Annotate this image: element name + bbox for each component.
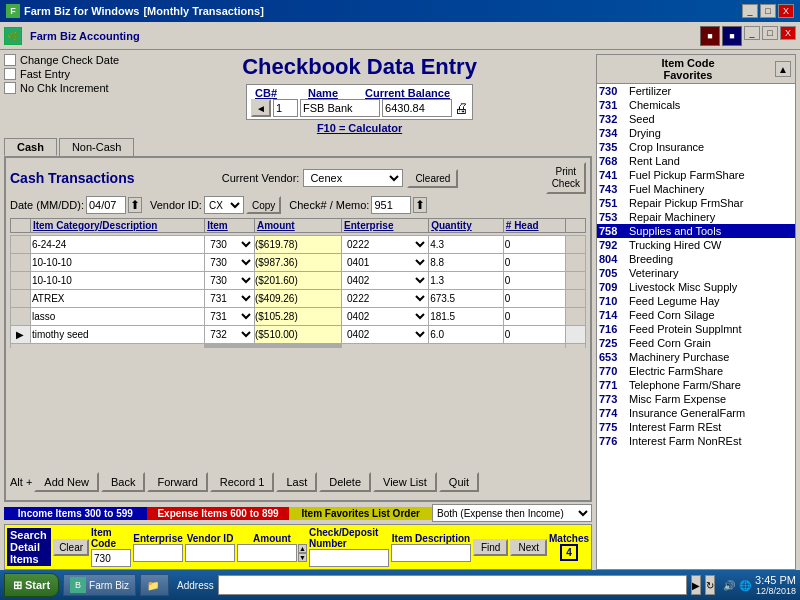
category-cell[interactable] [30,236,204,254]
item-cell[interactable]: 730 [205,236,255,254]
fav-item[interactable]: 770Electric FarmShare [597,364,795,378]
head-input[interactable] [504,326,565,343]
head-cell[interactable] [503,290,565,308]
clear-button[interactable]: Clear [53,539,89,556]
quantity-cell[interactable] [429,290,504,308]
enterprise-cell[interactable]: 0222 [342,290,429,308]
enterprise-select[interactable]: 0222 [342,236,428,253]
head-input[interactable] [504,236,565,253]
enterprise-cell[interactable]: 0402 [342,308,429,326]
category-cell[interactable] [30,326,204,344]
quantity-cell[interactable] [429,326,504,344]
fav-item[interactable]: 710Feed Legume Hay [597,294,795,308]
fav-item[interactable]: 768Rent Land [597,154,795,168]
fav-item[interactable]: 714Feed Corn Silage [597,308,795,322]
head-cell[interactable] [503,236,565,254]
address-go-button[interactable]: ▶ [691,575,701,595]
nav-back-button[interactable]: ◄ [251,99,271,117]
enterprise-select[interactable]: 0401 [342,254,428,271]
vendor-select[interactable]: Cenex [303,169,403,187]
fav-item[interactable]: 804Breeding [597,252,795,266]
maximize-button[interactable]: □ [760,4,776,18]
amount-search-input[interactable] [237,544,297,562]
quantity-input[interactable] [429,326,503,343]
item-desc-input[interactable] [391,544,471,562]
back-button[interactable]: Back [101,472,145,492]
view-list-button[interactable]: View List [373,472,437,492]
tab-non-cash[interactable]: Non-Cash [59,138,135,156]
menu-minimize[interactable]: _ [744,26,760,40]
taskbar-item-biz[interactable]: B Farm Biz [63,574,136,596]
no-chk-incr-checkbox[interactable] [4,82,16,94]
head-cell[interactable] [503,308,565,326]
item-select[interactable]: 730 [205,272,254,289]
network-icon[interactable]: 🌐 [739,580,751,591]
category-input[interactable] [31,236,204,253]
fav-item[interactable]: 741Fuel Pickup FarmShare [597,168,795,182]
fav-item[interactable]: 792Trucking Hired CW [597,238,795,252]
start-button[interactable]: ⊞ Start [4,573,59,597]
head-input[interactable] [504,290,565,307]
category-cell[interactable] [30,308,204,326]
category-cell[interactable] [30,290,204,308]
fav-item[interactable]: 709Livestock Misc Supply [597,280,795,294]
enterprise-cell[interactable]: 0402 [342,272,429,290]
fav-item[interactable]: 725Feed Corn Grain [597,336,795,350]
head-input[interactable] [504,308,565,325]
fav-item[interactable]: 705Veterinary [597,266,795,280]
head-input[interactable] [504,272,565,289]
fav-item[interactable]: 758Supplies and Tools [597,224,795,238]
category-cell[interactable] [30,272,204,290]
quantity-input[interactable] [429,290,503,307]
address-refresh-button[interactable]: ↻ [705,575,715,595]
fav-item[interactable]: 716Feed Protein Supplmnt [597,322,795,336]
date-input[interactable] [86,196,126,214]
fav-item[interactable]: 771Telephone Farm/Share [597,378,795,392]
menu-restore[interactable]: □ [762,26,778,40]
taskbar-item-folder[interactable]: 📁 [140,574,169,596]
head-cell[interactable] [503,272,565,290]
item-select[interactable]: 730 [205,236,254,253]
fav-item[interactable]: 774Insurance GeneralFarm [597,406,795,420]
fav-item[interactable]: 751Repair Pickup FrmShar [597,196,795,210]
item-cell[interactable]: 731 [205,308,255,326]
quantity-cell[interactable] [429,272,504,290]
enterprise-select[interactable]: 0402 [342,326,428,343]
fast-entry-checkbox[interactable] [4,68,16,80]
fav-item[interactable]: 653Machinery Purchase [597,350,795,364]
item-select[interactable]: 732 [205,326,254,343]
printer-icon[interactable]: 🖨 [454,100,468,116]
table-body-scroll[interactable]: 730 ($619.78) 0222 730 [10,233,586,348]
quantity-input[interactable] [429,308,503,325]
quantity-cell[interactable] [429,236,504,254]
item-select[interactable]: 731 [205,290,254,307]
fav-item[interactable]: 732Seed [597,112,795,126]
quantity-input[interactable] [429,236,503,253]
item-cell[interactable]: 730 [205,254,255,272]
category-input[interactable] [31,326,204,343]
enterprise-cell[interactable]: 0402 [342,326,429,344]
enterprise-select[interactable]: 0222 [342,290,428,307]
check-num-input[interactable] [371,196,411,214]
enterprise-search-input[interactable] [133,544,183,562]
item-code-search-input[interactable] [91,549,131,567]
add-new-button[interactable]: Add New [34,472,99,492]
quantity-input[interactable] [429,272,503,289]
change-check-date-checkbox[interactable] [4,54,16,66]
minimize-button[interactable]: _ [742,4,758,18]
quantity-cell[interactable] [429,308,504,326]
fav-item[interactable]: 734Drying [597,126,795,140]
item-select[interactable]: 730 [205,254,254,271]
category-input[interactable] [31,254,204,271]
vendor-id-search-input[interactable] [185,544,235,562]
scroll-arrow-up[interactable]: ▲ [775,61,791,77]
find-button[interactable]: Find [473,539,508,556]
quantity-input[interactable] [429,254,503,271]
item-cell[interactable]: 730 [205,272,255,290]
fav-item[interactable]: 773Misc Farm Expense [597,392,795,406]
check-deposit-input[interactable] [309,549,389,567]
calc-label[interactable]: F10 = Calculator [127,122,592,134]
fav-item[interactable]: 775Interest Farm REst [597,420,795,434]
head-input[interactable] [504,254,565,271]
category-cell[interactable] [30,254,204,272]
